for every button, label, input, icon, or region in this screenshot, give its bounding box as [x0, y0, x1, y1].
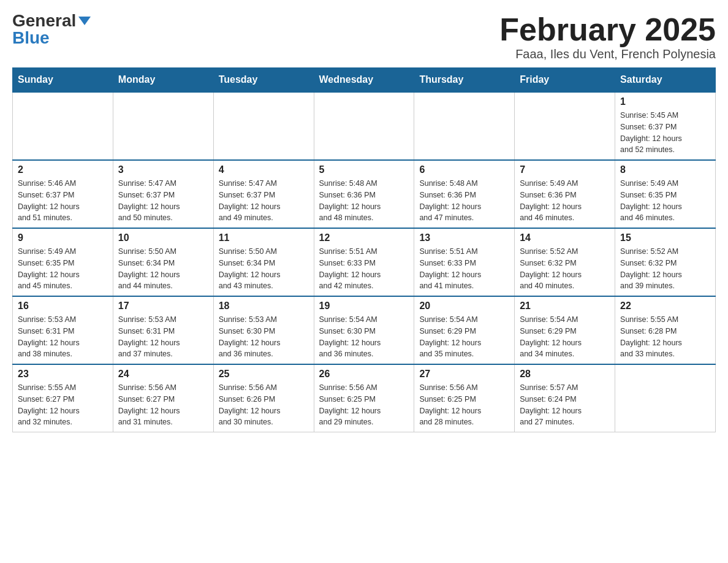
logo-triangle-icon [78, 17, 91, 25]
weekday-header-tuesday: Tuesday [213, 68, 314, 93]
calendar-cell: 1Sunrise: 5:45 AMSunset: 6:37 PMDaylight… [615, 92, 716, 160]
calendar-cell: 20Sunrise: 5:54 AMSunset: 6:29 PMDayligh… [414, 296, 515, 364]
day-info: Sunrise: 5:57 AMSunset: 6:24 PMDaylight:… [520, 382, 610, 428]
logo-blue-text: Blue [12, 29, 50, 47]
title-block: February 2025 Faaa, Iles du Vent, French… [499, 12, 716, 61]
day-number: 15 [620, 232, 710, 243]
calendar-cell: 25Sunrise: 5:56 AMSunset: 6:26 PMDayligh… [213, 364, 314, 432]
day-number: 19 [319, 301, 409, 312]
day-number: 16 [18, 301, 108, 312]
day-info: Sunrise: 5:49 AMSunset: 6:36 PMDaylight:… [520, 178, 610, 224]
calendar-cell [13, 92, 113, 160]
day-info: Sunrise: 5:49 AMSunset: 6:35 PMDaylight:… [620, 178, 710, 224]
day-info: Sunrise: 5:56 AMSunset: 6:27 PMDaylight:… [118, 382, 208, 428]
calendar-week-2: 9Sunrise: 5:49 AMSunset: 6:35 PMDaylight… [13, 228, 716, 296]
calendar-cell: 22Sunrise: 5:55 AMSunset: 6:28 PMDayligh… [615, 296, 716, 364]
day-info: Sunrise: 5:53 AMSunset: 6:31 PMDaylight:… [18, 314, 108, 360]
calendar-cell: 7Sunrise: 5:49 AMSunset: 6:36 PMDaylight… [515, 160, 615, 228]
day-info: Sunrise: 5:48 AMSunset: 6:36 PMDaylight:… [419, 178, 509, 224]
calendar-cell: 5Sunrise: 5:48 AMSunset: 6:36 PMDaylight… [314, 160, 414, 228]
calendar-cell: 18Sunrise: 5:53 AMSunset: 6:30 PMDayligh… [213, 296, 314, 364]
day-number: 14 [520, 232, 610, 243]
day-info: Sunrise: 5:54 AMSunset: 6:29 PMDaylight:… [520, 314, 610, 360]
weekday-header-friday: Friday [515, 68, 615, 93]
day-info: Sunrise: 5:56 AMSunset: 6:25 PMDaylight:… [319, 382, 409, 428]
calendar-cell: 13Sunrise: 5:51 AMSunset: 6:33 PMDayligh… [414, 228, 515, 296]
calendar-week-4: 23Sunrise: 5:55 AMSunset: 6:27 PMDayligh… [13, 364, 716, 432]
day-number: 26 [319, 369, 409, 380]
calendar-cell [515, 92, 615, 160]
day-info: Sunrise: 5:50 AMSunset: 6:34 PMDaylight:… [118, 246, 208, 292]
calendar-cell: 6Sunrise: 5:48 AMSunset: 6:36 PMDaylight… [414, 160, 515, 228]
day-number: 13 [419, 232, 509, 243]
day-number: 4 [219, 164, 309, 175]
day-info: Sunrise: 5:52 AMSunset: 6:32 PMDaylight:… [620, 246, 710, 292]
day-number: 27 [419, 369, 509, 380]
calendar-cell: 23Sunrise: 5:55 AMSunset: 6:27 PMDayligh… [13, 364, 113, 432]
calendar-header-row: SundayMondayTuesdayWednesdayThursdayFrid… [13, 68, 716, 93]
weekday-header-monday: Monday [113, 68, 213, 93]
logo-general-text: General [12, 12, 76, 29]
weekday-header-wednesday: Wednesday [314, 68, 414, 93]
day-number: 17 [118, 301, 208, 312]
calendar-cell: 10Sunrise: 5:50 AMSunset: 6:34 PMDayligh… [113, 228, 213, 296]
calendar-cell: 4Sunrise: 5:47 AMSunset: 6:37 PMDaylight… [213, 160, 314, 228]
day-number: 10 [118, 232, 208, 243]
day-number: 12 [319, 232, 409, 243]
calendar-cell: 9Sunrise: 5:49 AMSunset: 6:35 PMDaylight… [13, 228, 113, 296]
calendar-week-0: 1Sunrise: 5:45 AMSunset: 6:37 PMDaylight… [13, 92, 716, 160]
logo: General Blue [12, 12, 91, 47]
calendar-cell: 19Sunrise: 5:54 AMSunset: 6:30 PMDayligh… [314, 296, 414, 364]
day-number: 18 [219, 301, 309, 312]
calendar-cell: 28Sunrise: 5:57 AMSunset: 6:24 PMDayligh… [515, 364, 615, 432]
calendar-cell: 21Sunrise: 5:54 AMSunset: 6:29 PMDayligh… [515, 296, 615, 364]
day-info: Sunrise: 5:50 AMSunset: 6:34 PMDaylight:… [219, 246, 309, 292]
day-number: 5 [319, 164, 409, 175]
calendar-cell [615, 364, 716, 432]
day-number: 21 [520, 301, 610, 312]
calendar-cell: 2Sunrise: 5:46 AMSunset: 6:37 PMDaylight… [13, 160, 113, 228]
calendar-cell: 26Sunrise: 5:56 AMSunset: 6:25 PMDayligh… [314, 364, 414, 432]
day-number: 25 [219, 369, 309, 380]
calendar-cell: 11Sunrise: 5:50 AMSunset: 6:34 PMDayligh… [213, 228, 314, 296]
day-number: 2 [18, 164, 108, 175]
weekday-header-thursday: Thursday [414, 68, 515, 93]
day-number: 24 [118, 369, 208, 380]
calendar-cell: 3Sunrise: 5:47 AMSunset: 6:37 PMDaylight… [113, 160, 213, 228]
calendar-week-3: 16Sunrise: 5:53 AMSunset: 6:31 PMDayligh… [13, 296, 716, 364]
day-info: Sunrise: 5:46 AMSunset: 6:37 PMDaylight:… [18, 178, 108, 224]
day-number: 23 [18, 369, 108, 380]
day-info: Sunrise: 5:51 AMSunset: 6:33 PMDaylight:… [319, 246, 409, 292]
day-info: Sunrise: 5:47 AMSunset: 6:37 PMDaylight:… [118, 178, 208, 224]
weekday-header-saturday: Saturday [615, 68, 716, 93]
calendar-cell: 15Sunrise: 5:52 AMSunset: 6:32 PMDayligh… [615, 228, 716, 296]
page-subtitle: Faaa, Iles du Vent, French Polynesia [499, 47, 716, 61]
calendar-table: SundayMondayTuesdayWednesdayThursdayFrid… [12, 67, 716, 432]
day-number: 22 [620, 301, 710, 312]
day-info: Sunrise: 5:48 AMSunset: 6:36 PMDaylight:… [319, 178, 409, 224]
calendar-cell: 27Sunrise: 5:56 AMSunset: 6:25 PMDayligh… [414, 364, 515, 432]
day-number: 11 [219, 232, 309, 243]
page-title: February 2025 [499, 12, 716, 47]
calendar-cell: 17Sunrise: 5:53 AMSunset: 6:31 PMDayligh… [113, 296, 213, 364]
day-info: Sunrise: 5:55 AMSunset: 6:28 PMDaylight:… [620, 314, 710, 360]
calendar-cell [113, 92, 213, 160]
day-number: 7 [520, 164, 610, 175]
day-info: Sunrise: 5:49 AMSunset: 6:35 PMDaylight:… [18, 246, 108, 292]
day-number: 3 [118, 164, 208, 175]
day-number: 1 [620, 96, 710, 107]
calendar-cell [414, 92, 515, 160]
day-number: 8 [620, 164, 710, 175]
day-info: Sunrise: 5:47 AMSunset: 6:37 PMDaylight:… [219, 178, 309, 224]
day-number: 20 [419, 301, 509, 312]
day-info: Sunrise: 5:54 AMSunset: 6:29 PMDaylight:… [419, 314, 509, 360]
page-header: General Blue February 2025 Faaa, Iles du… [12, 12, 716, 61]
day-info: Sunrise: 5:54 AMSunset: 6:30 PMDaylight:… [319, 314, 409, 360]
calendar-cell [213, 92, 314, 160]
calendar-cell: 12Sunrise: 5:51 AMSunset: 6:33 PMDayligh… [314, 228, 414, 296]
day-info: Sunrise: 5:56 AMSunset: 6:25 PMDaylight:… [419, 382, 509, 428]
day-info: Sunrise: 5:56 AMSunset: 6:26 PMDaylight:… [219, 382, 309, 428]
calendar-cell: 8Sunrise: 5:49 AMSunset: 6:35 PMDaylight… [615, 160, 716, 228]
calendar-week-1: 2Sunrise: 5:46 AMSunset: 6:37 PMDaylight… [13, 160, 716, 228]
day-number: 9 [18, 232, 108, 243]
